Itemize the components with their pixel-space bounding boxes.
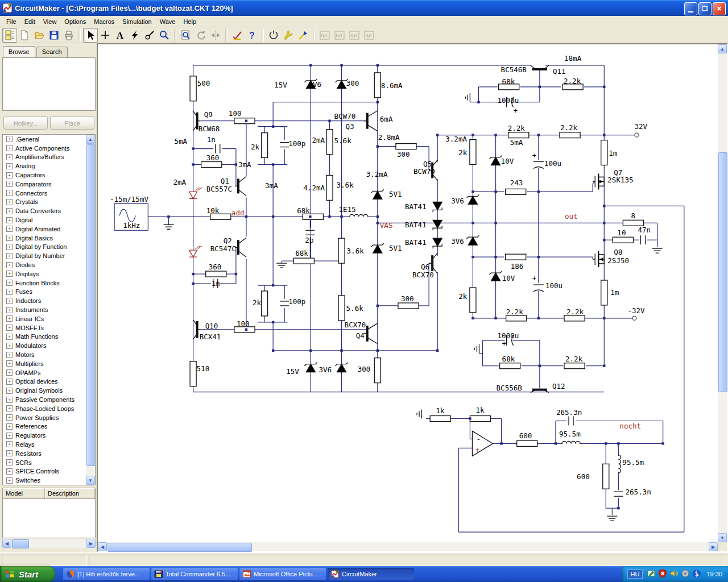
help-button[interactable]: ? — [245, 28, 259, 43]
delete-tool-button[interactable] — [127, 28, 142, 43]
sidebar-item-digital-by-number[interactable]: +Digital by Number — [3, 251, 86, 260]
sidebar-item-data-converters[interactable]: +Data Converters — [3, 206, 86, 215]
expand-icon[interactable]: + — [6, 450, 13, 456]
select-tool-button[interactable] — [83, 28, 98, 43]
tab-search[interactable]: Search — [36, 47, 68, 57]
expand-icon[interactable]: + — [6, 315, 13, 322]
taskbar-task-office-picture[interactable]: Microsoft Office Pictu... — [239, 568, 326, 580]
expand-icon[interactable]: + — [6, 244, 13, 250]
sidebar-item-diodes[interactable]: +Diodes — [3, 260, 86, 269]
sidebar-item-references[interactable]: +References — [3, 422, 86, 431]
tree-scrollbar[interactable]: ▲ ▼ — [86, 135, 95, 485]
sidebar-item-connectors[interactable]: +Connectors — [3, 189, 86, 198]
expand-icon[interactable]: + — [6, 190, 13, 196]
hotkey-button[interactable]: Hotkey... — [3, 117, 48, 130]
sidebar-item-mosfets[interactable]: +MOSFETs — [3, 323, 86, 332]
sidebar-item-fuses[interactable]: +Fuses — [3, 288, 86, 297]
expand-icon[interactable]: + — [6, 280, 13, 286]
wire-tool-button[interactable] — [98, 28, 113, 43]
zoom-tool-button[interactable] — [157, 28, 172, 43]
sidebar-item-linear-ics[interactable]: +Linear ICs — [3, 314, 86, 323]
menu-edit[interactable]: Edit — [20, 17, 39, 26]
sidebar-item-digital-basics[interactable]: +Digital Basics — [3, 234, 86, 243]
mirror-button[interactable] — [208, 28, 223, 43]
sidebar-item-analog[interactable]: +Analog — [3, 161, 86, 171]
open-button[interactable] — [32, 28, 47, 43]
sidebar-item-motors[interactable]: +Motors — [3, 350, 86, 359]
sidebar-item-resistors[interactable]: +Resistors — [3, 449, 86, 458]
menu-options[interactable]: Options — [60, 17, 90, 26]
sidebar-item-original-symbols[interactable]: +Original Symbols — [3, 386, 86, 395]
print-button[interactable] — [61, 28, 76, 43]
sidebar-item-inductors[interactable]: +Inductors — [3, 296, 86, 305]
canvas-scroll-up-icon[interactable]: ▲ — [718, 44, 727, 53]
taskbar-task-firefox[interactable]: [1] Hifi erősítők terve... — [63, 568, 150, 580]
expand-icon[interactable]: + — [6, 289, 13, 295]
expand-icon[interactable]: + — [6, 262, 13, 268]
close-button[interactable]: ✕ — [713, 2, 726, 15]
menu-file[interactable]: File — [2, 17, 20, 26]
sidebar-item-regulators[interactable]: +Regulators — [3, 431, 86, 440]
menu-wave[interactable]: Wave — [156, 17, 180, 26]
expand-icon[interactable]: + — [6, 172, 13, 178]
expand-icon[interactable]: + — [6, 136, 13, 142]
expand-icon[interactable]: + — [6, 397, 13, 403]
sidebar-item-active-components[interactable]: +Active Components — [3, 144, 86, 153]
sidebar-item-opamps[interactable]: +OPAMPs — [3, 368, 86, 377]
expand-icon[interactable]: + — [6, 199, 13, 205]
clock[interactable]: 19:30 — [706, 571, 722, 577]
description-column-header[interactable]: Description — [45, 488, 95, 498]
expand-icon[interactable]: + — [6, 369, 13, 376]
menu-view[interactable]: View — [39, 17, 61, 26]
sidebar-item-instruments[interactable]: +Instruments — [3, 305, 86, 314]
expand-icon[interactable]: + — [6, 388, 13, 394]
scroll-left-icon[interactable]: ◀ — [2, 539, 11, 548]
sidebar-item-amplifiers-buffers[interactable]: +Amplifiers/Buffers — [3, 153, 86, 162]
expand-icon[interactable]: + — [6, 441, 13, 447]
sidebar-item-spice-controls[interactable]: +SPICE Controls — [3, 467, 86, 476]
start-button[interactable]: Start — [0, 566, 55, 582]
new-button[interactable] — [17, 28, 32, 43]
sidebar-item-digital-animated[interactable]: +Digital Animated — [3, 225, 86, 234]
sidebar-item-digital-by-function[interactable]: +Digital by Function — [3, 243, 86, 252]
simulation-mode-button[interactable] — [230, 28, 245, 43]
scroll-down-icon[interactable]: ▼ — [86, 476, 95, 485]
sidebar-item-relays[interactable]: +Relays — [3, 440, 86, 449]
canvas-hscroll-thumb[interactable] — [107, 543, 252, 552]
expand-icon[interactable]: + — [6, 334, 13, 340]
security-shield-icon[interactable] — [658, 569, 667, 579]
setup-button[interactable] — [281, 28, 296, 43]
menu-macros[interactable]: Macros — [90, 17, 118, 26]
sidebar-item-displays[interactable]: +Displays — [3, 269, 86, 278]
expand-icon[interactable]: + — [6, 325, 13, 331]
expand-icon[interactable]: + — [6, 226, 13, 232]
canvas-horizontal-scrollbar[interactable]: ◀ ▶ — [98, 542, 718, 551]
model-column-header[interactable]: Model — [3, 488, 45, 498]
expand-icon[interactable]: + — [6, 459, 13, 465]
expand-icon[interactable]: + — [6, 145, 13, 151]
model-scroll-thumb[interactable] — [12, 539, 29, 548]
expand-icon[interactable]: + — [6, 343, 13, 349]
sidebar-item-crystals[interactable]: +Crystals — [3, 198, 86, 207]
volume-icon[interactable] — [669, 569, 679, 579]
zoom-area-button[interactable] — [179, 28, 193, 43]
expand-icon[interactable]: + — [6, 154, 13, 160]
tree-scroll-thumb[interactable] — [86, 144, 96, 466]
sidebar-item-comparators[interactable]: +Comparators — [3, 180, 86, 189]
canvas-scroll-left-icon[interactable]: ◀ — [98, 542, 107, 551]
expand-icon[interactable]: + — [6, 468, 13, 475]
save-button[interactable] — [47, 28, 61, 43]
expand-icon[interactable]: + — [6, 208, 13, 214]
sidebar-item-math-functions[interactable]: +Math Functions — [3, 332, 86, 342]
sidebar-item-switches[interactable]: +Switches — [3, 476, 86, 485]
expand-icon[interactable]: + — [6, 181, 13, 187]
bluetooth-icon[interactable] — [692, 569, 701, 579]
sidebar-item-power-supplies[interactable]: +Power Supplies — [3, 413, 86, 422]
expand-icon[interactable]: + — [6, 477, 13, 484]
sidebar-item-modulators[interactable]: +Modulators — [3, 341, 86, 350]
expand-icon[interactable]: + — [6, 352, 13, 358]
rotate-button[interactable] — [193, 28, 208, 43]
menu-simulation[interactable]: Simulation — [118, 17, 155, 26]
place-button[interactable]: Place — [50, 117, 94, 130]
language-indicator[interactable]: HU — [627, 569, 643, 579]
